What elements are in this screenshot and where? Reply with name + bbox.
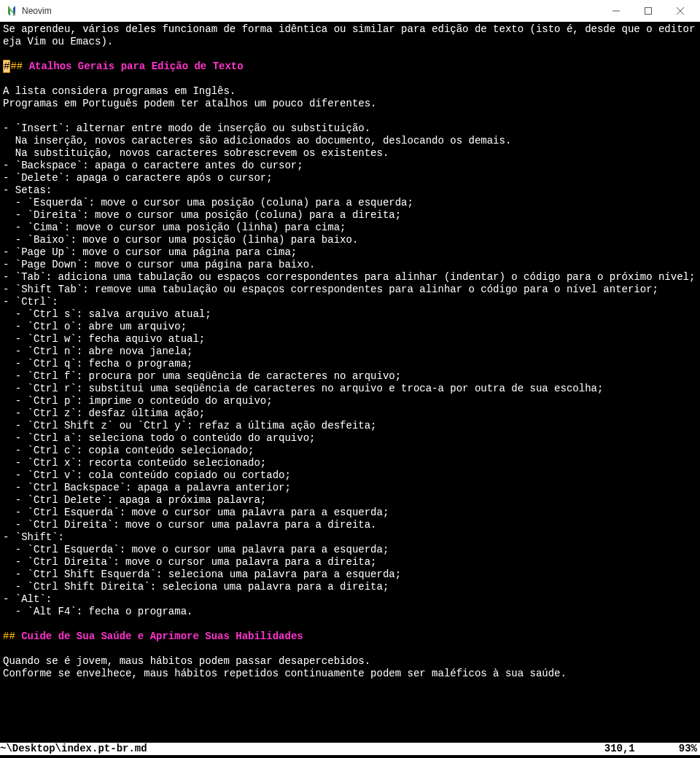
editor-line: - `Ctrl Delete`: apaga a próxima palavra… xyxy=(3,494,697,507)
status-percent: 93% xyxy=(679,743,697,755)
editor-line xyxy=(3,110,697,122)
editor-line: - `Ctrl q`: fecha o programa; xyxy=(3,358,697,370)
cursor: # xyxy=(3,60,10,73)
editor-line: Quando se é jovem, maus hábitos podem pa… xyxy=(3,655,697,668)
editor-line: - `Ctrl Shift z` ou `Ctrl y`: refaz a úl… xyxy=(3,420,697,432)
editor-line: - `Insert`: alternar entre modo de inser… xyxy=(3,122,697,135)
editor-line: - `Ctrl p`: imprime o conteúdo do arquiv… xyxy=(3,395,697,407)
editor-line: - `Ctrl Esquerda`: move o cursor uma pal… xyxy=(3,544,697,556)
editor-line: - `Ctrl o`: abre um arquivo; xyxy=(3,321,697,333)
editor-line: - `Baixo`: move o cursor uma posição (li… xyxy=(3,234,697,246)
editor-line: Na inserção, novos caracteres são adicio… xyxy=(3,135,697,147)
editor-line: - `Ctrl x`: recorta conteúdo selecionado… xyxy=(3,457,697,469)
editor-line: - `Ctrl Shift Direita`: seleciona uma pa… xyxy=(3,581,697,593)
editor-line: - `Ctrl c`: copia conteúdo selecionado; xyxy=(3,445,697,457)
editor-line: Na substituição, novos caracteres sobres… xyxy=(3,147,697,160)
editor-line xyxy=(3,680,697,692)
editor-line: - `Ctrl Direita`: move o cursor uma pala… xyxy=(3,556,697,568)
editor-line: ## Cuide de Sua Saúde e Aprimore Suas Ha… xyxy=(3,630,697,643)
editor-line: - `Tab`: adiciona uma tabulação ou espaç… xyxy=(3,271,697,284)
editor-line: A lista considera programas em Inglês. xyxy=(3,85,697,98)
editor-line xyxy=(3,643,697,655)
editor-line: - `Ctrl s`: salva arquivo atual; xyxy=(3,308,697,321)
close-button[interactable] xyxy=(671,4,690,18)
editor-line: Conforme se envelhece, maus hábitos repe… xyxy=(3,668,697,680)
editor-line: Se aprendeu, vários deles funcionam de f… xyxy=(3,23,697,36)
editor-line: - `Ctrl r`: substitui uma seqüência de c… xyxy=(3,383,697,395)
status-spacer xyxy=(147,743,604,755)
window-title: Neovim xyxy=(22,6,52,16)
editor-line: - Setas: xyxy=(3,184,697,197)
editor-line: ### Atalhos Gerais para Edição de Texto xyxy=(3,60,697,73)
editor-line: - `Ctrl Esquerda`: move o cursor uma pal… xyxy=(3,507,697,519)
editor-line: - `Ctrl Direita`: move o cursor uma pala… xyxy=(3,519,697,531)
status-line: ~\Desktop\index.pt-br.md 310,1 93% xyxy=(0,743,700,755)
editor-line: - `Backspace`: apaga o caractere antes d… xyxy=(3,160,697,172)
editor-line: - `Alt`: xyxy=(3,593,697,606)
maximize-button[interactable] xyxy=(639,4,658,18)
editor-line: - `Ctrl z`: desfaz última ação; xyxy=(3,407,697,420)
editor-line: Programas em Português podem ter atalhos… xyxy=(3,98,697,110)
editor-line: - `Ctrl`: xyxy=(3,296,697,308)
editor-line: - `Ctrl a`: seleciona todo o conteúdo do… xyxy=(3,432,697,445)
editor-line: - `Ctrl n`: abre nova janela; xyxy=(3,345,697,358)
editor-line xyxy=(3,48,697,60)
editor-area[interactable]: Se aprendeu, vários deles funcionam de f… xyxy=(0,22,700,743)
editor-line: - `Ctrl Backspace`: apaga a palavra ante… xyxy=(3,482,697,494)
neovim-icon xyxy=(6,5,18,17)
editor-line: - `Shift Tab`: remove uma tabulação ou e… xyxy=(3,284,697,296)
editor-line: eja Vim ou Emacs). xyxy=(3,36,697,48)
status-position: 310,1 xyxy=(604,743,635,755)
editor-line xyxy=(3,618,697,630)
window-titlebar: Neovim xyxy=(0,0,700,22)
editor-line: - `Direita`: move o cursor uma posição (… xyxy=(3,209,697,222)
window-controls xyxy=(607,4,694,18)
editor-line: - `Ctrl w`: fecha aquivo atual; xyxy=(3,333,697,345)
editor-line: - `Cima`: move o cursor uma posição (lin… xyxy=(3,222,697,234)
svg-rect-1 xyxy=(645,7,652,14)
editor-line: - `Ctrl f`: procura por uma seqüência de… xyxy=(3,370,697,383)
editor-line: - `Esquerda`: move o cursor uma posição … xyxy=(3,197,697,209)
editor-line: - `Ctrl v`: cola conteúdo copiado ou cor… xyxy=(3,469,697,482)
editor-line: - `Alt F4`: fecha o programa. xyxy=(3,606,697,618)
editor-line xyxy=(3,73,697,85)
status-file: ~\Desktop\index.pt-br.md xyxy=(0,743,147,755)
editor-line: - `Page Up`: move o cursor uma página pa… xyxy=(3,246,697,259)
editor-line: - `Ctrl Shift Esquerda`: seleciona uma p… xyxy=(3,568,697,581)
editor-line: - `Shift`: xyxy=(3,531,697,544)
minimize-button[interactable] xyxy=(607,4,626,18)
bottom-pad xyxy=(0,755,700,758)
editor-line: - `Delete`: apaga o caractere após o cur… xyxy=(3,172,697,184)
editor-line: - `Page Down`: move o cursor uma página … xyxy=(3,259,697,271)
